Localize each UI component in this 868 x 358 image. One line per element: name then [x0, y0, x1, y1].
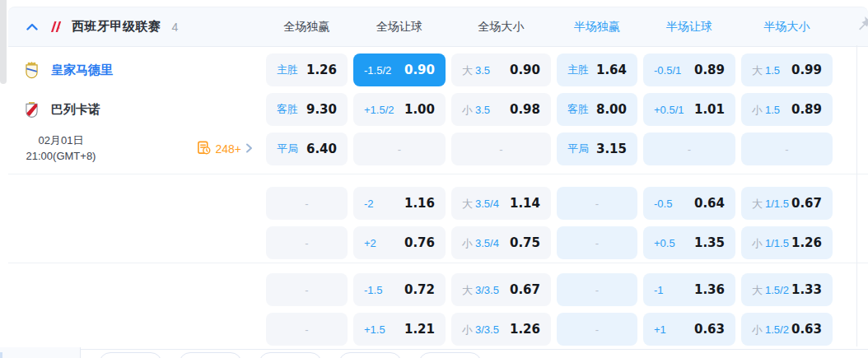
odds-cell[interactable]: 小3.50.98	[451, 93, 551, 126]
more-markets-link[interactable]: 248+	[197, 141, 253, 158]
ou-prefix: 大	[462, 284, 473, 296]
away-team-name: 巴列卡诺	[51, 102, 100, 118]
odds-value: 0.75	[510, 235, 540, 250]
market-column-header-2[interactable]: 全场让球	[353, 20, 451, 35]
market-column-header-6[interactable]: 半场大小	[741, 20, 838, 35]
odds-value: 1.36	[694, 282, 725, 297]
odds-cell[interactable]: +1.5/21.00	[353, 93, 446, 126]
market-column-header-1[interactable]: 全场独赢	[266, 20, 353, 35]
league-panel: 西班牙甲级联赛 4 全场独赢全场让球全场大小半场独赢半场让球半场大小	[8, 0, 868, 358]
odds-section-3: --1.50.72大3/3.50.67--11.36大1.5/21.33-+1.…	[8, 263, 868, 350]
market-column-header-5[interactable]: 半场让球	[643, 20, 741, 35]
odds-cell[interactable]: 大1.50.99	[741, 53, 833, 86]
odds-cell[interactable]: 大3/3.50.67	[451, 273, 551, 306]
odds-cell[interactable]: 客胜8.00	[557, 93, 637, 126]
odds-cell[interactable]: 大1/1.50.67	[741, 187, 833, 220]
odds-cell[interactable]: -0.50.64	[643, 187, 735, 220]
odds-label: +2	[364, 237, 376, 249]
odds-cell[interactable]: +20.76	[353, 226, 446, 259]
odds-cell[interactable]: 平局3.15	[557, 133, 637, 165]
vertical-scrollbar[interactable]	[0, 0, 7, 84]
odds-label: 客胜	[567, 102, 589, 117]
odds-value: 0.67	[510, 282, 540, 297]
odds-cell-empty: -	[557, 187, 637, 220]
home-team-row: 皇家马德里	[8, 50, 266, 90]
ou-prefix: 大	[462, 64, 473, 77]
odds-cell[interactable]: 小1.50.89	[741, 93, 833, 126]
odds-cell[interactable]: -1.5/20.90	[353, 53, 446, 86]
away-team-row: 巴列卡诺	[8, 90, 266, 129]
quick-filter-chip[interactable]	[259, 352, 322, 358]
odds-cell[interactable]: 小1.5/20.63	[741, 313, 833, 346]
odds-value: 0.90	[510, 63, 540, 77]
odds-label: 小1.5/2	[752, 322, 789, 337]
markets-list-icon	[197, 141, 211, 158]
league-header-left: 西班牙甲级联赛 4	[8, 19, 266, 35]
ou-line: 1/1.5	[765, 237, 789, 249]
odds-cell[interactable]: 平局6.40	[266, 133, 348, 165]
ou-line: 3.5/4	[475, 237, 499, 249]
chevron-right-icon	[245, 142, 253, 156]
odds-cell[interactable]: 大3.5/41.14	[451, 187, 551, 220]
league-header[interactable]: 西班牙甲级联赛 4 全场独赢全场让球全场大小半场独赢半场让球半场大小	[8, 7, 868, 47]
odds-value: 0.89	[791, 102, 822, 117]
odds-value: 0.76	[404, 235, 435, 250]
market-column-header-3[interactable]: 全场大小	[451, 20, 557, 35]
odds-value: 9.30	[306, 102, 337, 117]
pushpin-icon[interactable]	[855, 15, 868, 33]
odds-value: 1.00	[404, 102, 435, 117]
odds-label: +1.5	[364, 323, 385, 336]
odds-cell[interactable]: 小1/1.51.26	[741, 226, 833, 259]
empty-dash: -	[688, 143, 691, 156]
quick-filter-chip[interactable]	[338, 352, 402, 358]
quick-filter-chip[interactable]	[99, 352, 162, 358]
odds-cell[interactable]: 大1.5/21.33	[741, 273, 833, 306]
quick-filter-chip[interactable]	[179, 352, 242, 358]
market-column-header-4[interactable]: 半场独赢	[557, 20, 643, 35]
next-section-accent	[0, 352, 2, 358]
odds-value: 1.35	[694, 235, 725, 250]
odds-cell[interactable]: -21.16	[353, 187, 446, 220]
odds-value: 1.21	[404, 322, 435, 337]
odds-cell[interactable]: -0.5/10.89	[643, 53, 735, 86]
odds-cell[interactable]: 大3.50.90	[451, 53, 551, 86]
odds-value: 0.64	[694, 196, 725, 211]
odds-cell[interactable]: 客胜9.30	[266, 93, 348, 126]
chevron-up-icon[interactable]	[25, 20, 40, 35]
odds-value: 1.01	[694, 102, 725, 117]
odds-value: 1.26	[306, 63, 337, 77]
odds-label: +1	[654, 323, 666, 336]
ou-prefix: 小	[462, 237, 473, 249]
empty-dash: -	[785, 143, 788, 156]
odds-cell-empty: -	[643, 133, 735, 165]
odds-cell[interactable]: 小3.5/40.75	[451, 226, 551, 259]
odds-label: 大1.5	[752, 63, 780, 78]
odds-cell[interactable]: +10.63	[643, 313, 735, 346]
odds-cell[interactable]: -1.50.72	[353, 273, 446, 306]
odds-label: 客胜	[277, 102, 298, 117]
odds-cell[interactable]: 主胜1.64	[557, 53, 637, 86]
odds-cell[interactable]: 小3/3.51.26	[451, 313, 551, 346]
odds-label: +0.5/1	[654, 104, 684, 116]
odds-cell[interactable]: 主胜1.26	[266, 53, 348, 86]
odds-label: 大3.5	[462, 63, 490, 78]
match-datetime: 02月01日 21:00(GMT+8)	[15, 133, 107, 165]
ou-prefix: 小	[752, 323, 763, 336]
ou-prefix: 小	[462, 323, 473, 336]
odds-cell[interactable]: +1.51.21	[353, 313, 446, 346]
odds-cell[interactable]: +0.5/11.01	[643, 93, 735, 126]
quick-filter-chip[interactable]	[418, 352, 482, 358]
odds-section-2: --21.16大3.5/41.14--0.50.64大1/1.50.67-+20…	[8, 174, 868, 263]
odds-label: 小1.5	[752, 102, 780, 118]
empty-dash: -	[595, 323, 599, 336]
odds-cell[interactable]: +0.51.35	[643, 226, 735, 259]
odds-cell[interactable]: -11.36	[643, 273, 735, 306]
home-team-crest-icon	[23, 62, 40, 79]
odds-cell-empty: -	[266, 273, 348, 306]
match-info: 皇家马德里 巴列卡诺 02月01日 21:00(GM	[8, 50, 266, 169]
odds-value: 0.89	[694, 63, 725, 77]
markets-count: 248+	[215, 142, 241, 156]
odds-section-main: 皇家马德里 巴列卡诺 02月01日 21:00(GM	[8, 47, 868, 174]
odds-value: 0.63	[791, 322, 822, 337]
odds-value: 1.14	[510, 196, 540, 211]
